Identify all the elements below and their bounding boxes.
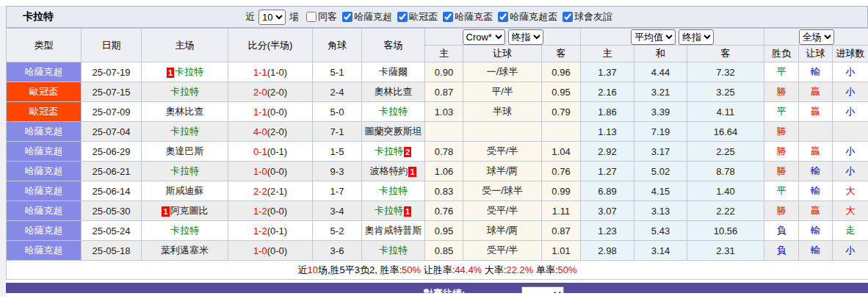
- league-filter[interactable]: 球會友誼: [563, 10, 612, 24]
- home-team-name[interactable]: 斯咸迪蘇: [166, 185, 204, 196]
- handicap-odds-home: 0.78: [425, 142, 463, 162]
- result-handicap: 輸: [799, 62, 833, 82]
- away-team-name[interactable]: 卡薩爾: [379, 66, 408, 77]
- fulltime-score: 2-2: [253, 186, 267, 197]
- avg-odds-home: 1.37: [581, 62, 634, 82]
- league-filter[interactable]: 哈薩克超: [342, 10, 392, 24]
- avg-odds-away: 8.78: [687, 162, 764, 181]
- rank-badge: 1: [404, 206, 411, 217]
- avg-odds-home: 2.98: [581, 241, 634, 261]
- away-team-cell: 圖蘭突厥斯坦: [362, 122, 425, 142]
- avg-odds-draw: 7.19: [634, 122, 687, 142]
- result-handicap: 贏: [799, 82, 833, 102]
- home-team-name[interactable]: 卡拉特: [175, 66, 203, 77]
- content-area: 卡拉特 近 10 場 同客哈薩克超歐冠盃哈薩克盃哈薩克超盃球會友誼 类型 日期: [6, 6, 868, 293]
- halftime-score: (2-0): [267, 87, 287, 98]
- league-filter[interactable]: 哈薩克盃: [443, 10, 493, 24]
- away-team-name[interactable]: 卡拉特: [375, 145, 403, 156]
- matches-label: 場: [289, 10, 299, 24]
- league-checkbox[interactable]: [342, 12, 352, 22]
- avg-odds-away: 1.40: [687, 181, 764, 201]
- match-type-badge: 哈薩克超: [7, 241, 82, 261]
- home-team-name[interactable]: 阿克圖比: [170, 205, 209, 216]
- match-type-badge: 哈薩克超: [7, 62, 82, 82]
- league-checkbox[interactable]: [397, 12, 408, 22]
- result-goals: 小: [833, 82, 868, 102]
- away-team-name[interactable]: 卡拉特: [379, 106, 408, 117]
- col-header-score: 比分(半场): [228, 29, 313, 62]
- league-checkbox-label: 同客: [318, 10, 337, 24]
- subcol-avg-away: 客: [687, 46, 764, 62]
- subcol-avg-draw: 和: [634, 46, 687, 62]
- handicap-odds-away: 0.99: [542, 181, 581, 201]
- stats-summary: 近10场,胜5平3负2, 胜率:50% 让胜率:44.4% 大率:22.2% 单…: [7, 261, 868, 280]
- avg-odds-home: 6.89: [581, 181, 634, 201]
- league-filter[interactable]: 同客: [306, 10, 337, 24]
- result-goals: 小: [833, 241, 868, 261]
- away-team-cell: 奧林比查: [362, 82, 425, 102]
- home-team-cell: 斯咸迪蘇: [142, 181, 228, 201]
- home-team-name[interactable]: 卡拉特: [170, 86, 199, 97]
- match-row: 哈薩克超25-05-301阿克圖比1-2(0-0)3-4卡拉特10.76受平/半…: [7, 201, 868, 221]
- col-header-date: 日期: [82, 29, 142, 62]
- score-cell: 1-2(0-1): [228, 221, 313, 241]
- corner-cell: 3-6: [313, 241, 362, 261]
- summary-stat-value: 10: [307, 264, 317, 275]
- home-team-name[interactable]: 葉利邁塞米: [161, 245, 209, 256]
- avg-odds-draw: 3.21: [634, 82, 687, 102]
- filter-controls: 近 10 場 同客哈薩克超歐冠盃哈薩克盃哈薩克超盃球會友誼: [243, 7, 612, 27]
- header-select[interactable]: 平均值: [631, 29, 676, 45]
- home-team-name[interactable]: 奧林比查: [166, 106, 204, 117]
- avg-odds-away: 2.25: [687, 142, 764, 162]
- home-team-name[interactable]: 奧達巴斯: [166, 145, 204, 156]
- league-filter-group: 同客哈薩克超歐冠盃哈薩克盃哈薩克超盃球會友誼: [301, 10, 612, 24]
- away-team-name[interactable]: 奧肯咸特普斯: [365, 225, 422, 236]
- home-team-name[interactable]: 卡拉特: [170, 165, 199, 176]
- footer-select[interactable]: [521, 286, 564, 293]
- score-cell: 2-0(2-0): [228, 82, 313, 102]
- handicap-odds-away: 0.87: [542, 221, 581, 241]
- halftime-score: (2-1): [267, 186, 287, 197]
- avg-odds-draw: 4.44: [634, 62, 687, 82]
- away-team-cell: 波格特約1: [362, 162, 425, 181]
- recent-count-select[interactable]: 10: [258, 10, 286, 25]
- home-team-cell: 奧達巴斯: [142, 142, 228, 162]
- fulltime-score: 1-2: [253, 225, 267, 236]
- avg-odds-draw: 4.15: [634, 181, 687, 201]
- league-checkbox[interactable]: [443, 12, 453, 22]
- home-team-cell: 卡拉特: [142, 82, 228, 102]
- page-left-margin: [0, 6, 6, 297]
- league-checkbox-label: 哈薩克盃: [455, 10, 493, 24]
- header-select[interactable]: Crow*: [463, 29, 505, 45]
- home-team-name[interactable]: 卡拉特: [170, 126, 199, 137]
- league-filter[interactable]: 哈薩克超盃: [498, 10, 557, 24]
- europe-odds-select-group: 平均值终指: [581, 29, 764, 46]
- result-goals: 小: [833, 162, 868, 181]
- avg-odds-draw: 3.39: [634, 102, 687, 122]
- away-team-name[interactable]: 卡拉特: [379, 185, 408, 196]
- league-checkbox[interactable]: [498, 12, 508, 22]
- halftime-score: (0-1): [267, 225, 287, 236]
- header-select[interactable]: 终指: [679, 29, 714, 45]
- away-team-name[interactable]: 卡拉特: [379, 245, 408, 256]
- league-checkbox[interactable]: [563, 12, 573, 22]
- avg-odds-away: 10.56: [687, 221, 764, 241]
- result-winloss: 負: [764, 241, 799, 261]
- summary-stat-label: 让胜率:: [421, 264, 455, 275]
- league-checkbox[interactable]: [306, 12, 317, 22]
- handicap-line: 球半/两: [463, 162, 542, 181]
- away-team-name[interactable]: 卡拉特: [375, 205, 403, 216]
- away-team-name[interactable]: 波格特約: [369, 165, 408, 176]
- header-select[interactable]: 全场: [799, 29, 834, 45]
- header-select[interactable]: 终指: [508, 29, 543, 45]
- subcol-result-winloss: 胜负: [764, 46, 799, 62]
- summary-stat-label: 大率:: [482, 264, 506, 275]
- away-team-name[interactable]: 奧林比查: [375, 86, 413, 97]
- home-team-name[interactable]: 卡拉特: [170, 225, 199, 236]
- league-filter[interactable]: 歐冠盃: [397, 10, 438, 24]
- result-handicap: 輸: [799, 241, 833, 261]
- home-team-cell: 1卡拉特: [142, 62, 228, 82]
- handicap-odds-home: 0.76: [425, 201, 463, 221]
- avg-odds-draw: 3.17: [634, 142, 687, 162]
- away-team-name[interactable]: 圖蘭突厥斯坦: [365, 126, 422, 137]
